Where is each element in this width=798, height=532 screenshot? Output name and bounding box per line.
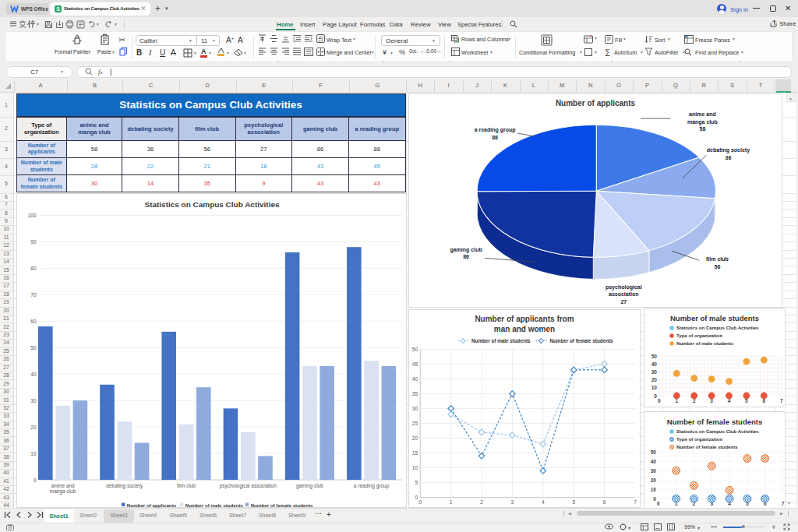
svg-text:0: 0 xyxy=(657,501,660,506)
svg-text:10: 10 xyxy=(412,465,418,470)
svg-text:Type of organization: Type of organization xyxy=(676,333,722,338)
svg-text:36: 36 xyxy=(726,155,732,160)
svg-text:gaming club: gaming club xyxy=(295,482,323,488)
svg-text:man and women: man and women xyxy=(494,325,555,333)
svg-text:88: 88 xyxy=(492,135,498,140)
svg-text:20: 20 xyxy=(30,424,37,429)
svg-text:psychological: psychological xyxy=(606,284,642,291)
svg-text:debating society: debating society xyxy=(106,482,143,488)
svg-text:manga club: manga club xyxy=(687,119,718,125)
svg-text:film club: film club xyxy=(177,482,196,488)
svg-text:30: 30 xyxy=(651,468,657,474)
svg-text:100: 100 xyxy=(27,212,36,217)
svg-text:Number of male students: Number of male students xyxy=(471,338,531,344)
svg-text:40: 40 xyxy=(30,371,37,376)
svg-text:Statistics on Campus Club Acti: Statistics on Campus Club Activities xyxy=(144,199,279,208)
svg-text:10: 10 xyxy=(30,450,37,456)
svg-text:86: 86 xyxy=(463,254,469,259)
svg-text:10: 10 xyxy=(651,385,658,390)
svg-text:6: 6 xyxy=(603,499,606,505)
svg-text:a reading group: a reading group xyxy=(475,127,516,133)
svg-text:film club: film club xyxy=(706,256,729,262)
svg-text:3: 3 xyxy=(511,499,514,505)
svg-text:a reading group: a reading group xyxy=(353,482,389,488)
svg-text:1: 1 xyxy=(450,499,453,505)
svg-text:Number of female students: Number of female students xyxy=(250,502,312,508)
svg-text:30: 30 xyxy=(651,368,658,374)
svg-text:0: 0 xyxy=(418,499,422,505)
svg-text:70: 70 xyxy=(30,291,37,297)
svg-text:0: 0 xyxy=(33,477,36,482)
svg-text:90: 90 xyxy=(30,238,37,244)
svg-text:Statistics on Campus Club Acti: Statistics on Campus Club Activities xyxy=(676,325,759,330)
svg-text:Number of male students: Number of male students xyxy=(670,314,759,322)
svg-text:Number of applicants: Number of applicants xyxy=(126,502,176,508)
svg-text:10: 10 xyxy=(651,487,657,492)
svg-text:0: 0 xyxy=(658,398,661,403)
svg-text:Type of organization: Type of organization xyxy=(676,436,722,442)
svg-text:0: 0 xyxy=(654,393,657,398)
svg-text:45: 45 xyxy=(412,361,418,367)
svg-text:association: association xyxy=(609,291,639,297)
svg-text:20: 20 xyxy=(651,377,658,382)
svg-text:80: 80 xyxy=(30,265,37,270)
svg-text:Statistics on Campus Club Acti: Statistics on Campus Club Activities xyxy=(676,428,759,434)
svg-text:20: 20 xyxy=(412,435,418,441)
svg-text:5: 5 xyxy=(572,499,575,505)
svg-text:30: 30 xyxy=(412,406,418,411)
svg-text:Number of female students: Number of female students xyxy=(676,444,738,449)
svg-text:7: 7 xyxy=(634,499,637,505)
svg-text:50: 50 xyxy=(412,347,418,352)
svg-text:56: 56 xyxy=(715,264,721,270)
svg-text:25: 25 xyxy=(412,421,418,426)
svg-text:0: 0 xyxy=(653,496,656,502)
svg-text:gaming club: gaming club xyxy=(450,247,482,253)
svg-text:40: 40 xyxy=(651,361,658,366)
svg-text:2: 2 xyxy=(480,499,483,505)
svg-text:40: 40 xyxy=(651,459,657,464)
svg-text:40: 40 xyxy=(412,376,418,382)
svg-text:7: 7 xyxy=(782,501,785,506)
svg-text:4: 4 xyxy=(542,499,545,505)
svg-text:Number of applicants from: Number of applicants from xyxy=(475,315,574,323)
svg-text:27: 27 xyxy=(620,299,627,305)
svg-text:7: 7 xyxy=(780,398,783,403)
svg-text:30: 30 xyxy=(30,397,37,403)
svg-text:0: 0 xyxy=(415,495,418,500)
svg-text:anime and: anime and xyxy=(689,111,716,117)
svg-text:50: 50 xyxy=(30,344,37,350)
svg-text:58: 58 xyxy=(699,126,705,132)
svg-text:50: 50 xyxy=(651,449,657,455)
svg-text:Number of female students: Number of female students xyxy=(549,338,613,344)
svg-text:anime and: anime and xyxy=(51,482,75,488)
svg-text:manga club: manga club xyxy=(49,488,76,494)
svg-text:Number of male students: Number of male students xyxy=(676,340,734,346)
svg-text:debating society: debating society xyxy=(707,147,750,153)
svg-text:20: 20 xyxy=(651,477,657,483)
svg-text:5: 5 xyxy=(415,480,418,485)
svg-text:15: 15 xyxy=(412,450,418,456)
svg-text:psychological association: psychological association xyxy=(219,482,277,488)
svg-text:Number of applicants: Number of applicants xyxy=(556,99,636,107)
svg-text:Number of female students: Number of female students xyxy=(667,417,762,426)
svg-text:35: 35 xyxy=(412,391,418,396)
svg-text:50: 50 xyxy=(651,353,658,358)
svg-text:Number of male students: Number of male students xyxy=(185,502,243,508)
svg-text:60: 60 xyxy=(30,318,37,323)
